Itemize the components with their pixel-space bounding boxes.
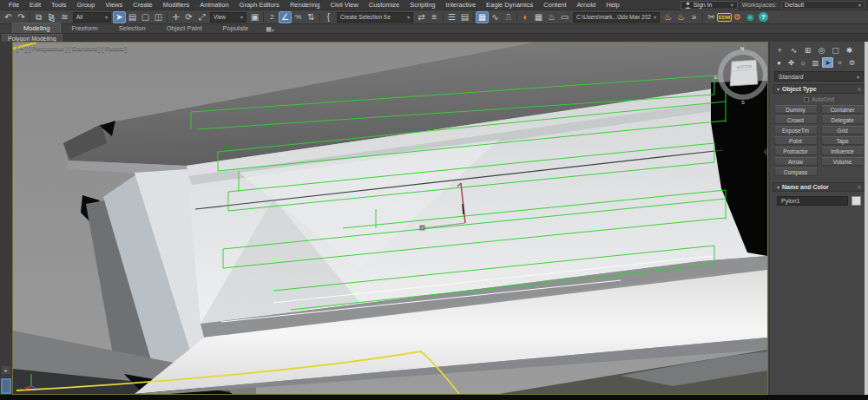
create-tab-icon[interactable]: + <box>773 44 786 56</box>
influence-button[interactable]: Influence <box>821 147 865 155</box>
select-rotate-icon[interactable]: ⟳ <box>182 11 195 23</box>
menu-customize[interactable]: Customize <box>364 1 404 9</box>
sign-in-dropdown[interactable]: Sign In ▾ <box>681 1 738 10</box>
delegate-button[interactable]: Delegate <box>821 115 865 124</box>
mirror-icon[interactable]: ⇄ <box>415 11 428 23</box>
protractor-button[interactable]: Protractor <box>774 147 818 155</box>
snap-toggle-icon[interactable]: 2 <box>266 11 279 23</box>
render-production-icon[interactable]: ♨ <box>661 11 674 23</box>
hierarchy-tab-icon[interactable]: ⊞ <box>801 44 814 56</box>
rendered-frame-icon[interactable]: ▭ <box>558 11 571 23</box>
dummy-button[interactable]: Dummy <box>774 105 818 114</box>
menu-group[interactable]: Group <box>72 1 101 9</box>
project-folder-dropdown[interactable]: C:\Users\mark...\3ds Max 202 ▾ <box>573 12 660 23</box>
align-icon[interactable]: ≡ <box>428 11 441 23</box>
slice-tool-icon[interactable]: ✂ <box>705 11 718 23</box>
menu-create[interactable]: Create <box>128 1 158 9</box>
systems-category-icon[interactable]: ⚙ <box>846 57 858 68</box>
menu-modifiers[interactable]: Modifiers <box>158 1 194 9</box>
tab-modeling[interactable]: Modeling <box>12 23 61 33</box>
select-by-name-icon[interactable]: ▤ <box>126 11 139 23</box>
perspective-viewport[interactable]: [ + ] [ Perspective ] [ Standard ] [ Fac… <box>12 42 768 395</box>
select-link-icon[interactable]: ⧉ <box>32 11 45 23</box>
object-color-swatch[interactable] <box>852 196 861 206</box>
menu-eagle-dynamics[interactable]: Eagle Dynamics <box>481 1 538 9</box>
layer-explorer-icon[interactable]: ☰ <box>445 11 458 23</box>
render-iterative-icon[interactable]: ♨ <box>674 11 687 23</box>
compass-button[interactable]: Compass <box>774 167 818 176</box>
slate-material-icon[interactable]: ▦ <box>532 11 545 23</box>
use-pivot-center-icon[interactable]: ▣ <box>248 11 261 23</box>
geometry-category-icon[interactable]: ● <box>773 57 785 68</box>
viewcube-south[interactable]: S <box>741 100 745 105</box>
redo-icon[interactable]: ↷ <box>15 11 28 23</box>
interactive-tools-icon[interactable]: ◉ <box>744 11 757 23</box>
percent-snap-icon[interactable]: % <box>292 11 305 23</box>
layout-flyout-icon[interactable]: ▸ <box>2 366 10 374</box>
select-object-icon[interactable]: ➤ <box>113 11 126 23</box>
help-icon[interactable]: ? <box>757 11 770 23</box>
name-color-rollout-header[interactable]: ▾ Name and Color <box>773 182 865 192</box>
ribbon-config-icon[interactable]: ▦ <box>266 26 272 33</box>
spinner-snap-icon[interactable]: ⇅ <box>305 11 318 23</box>
command-panel-scrollbar[interactable] <box>865 42 868 395</box>
helper-type-dropdown[interactable]: Standard ▾ <box>774 71 864 82</box>
chevron-down-icon[interactable]: ▾ <box>272 27 274 33</box>
viewcube-north[interactable]: N <box>740 46 744 51</box>
material-editor-icon[interactable]: ◐ <box>519 11 532 23</box>
volume-button[interactable]: Volume <box>821 157 865 166</box>
menu-scripting[interactable]: Scripting <box>404 1 440 9</box>
polygon-modeling-panel[interactable]: Polygon Modeling <box>2 34 62 42</box>
spacewarps-category-icon[interactable]: ≈ <box>834 57 845 68</box>
edit-named-selection-icon[interactable]: { <box>322 11 335 23</box>
toolbar-overflow-icon[interactable]: » <box>687 11 700 23</box>
angle-snap-icon[interactable]: ∠ <box>279 11 292 23</box>
render-setup-icon[interactable]: ♨ <box>545 11 558 23</box>
menu-tools[interactable]: Tools <box>46 1 72 9</box>
exposetm-button[interactable]: ExposeTm <box>774 126 818 134</box>
viewcube-west[interactable]: W <box>766 73 767 78</box>
container-button[interactable]: Container <box>821 105 865 114</box>
select-scale-icon[interactable]: ⤢ <box>195 11 208 23</box>
modify-tab-icon[interactable]: ∿ <box>787 44 800 56</box>
object-name-field[interactable]: Pylon1 <box>777 196 848 206</box>
autogrid-checkbox[interactable] <box>804 97 809 102</box>
active-layout-tab[interactable] <box>1 378 11 394</box>
motion-tab-icon[interactable]: ◎ <box>815 44 828 56</box>
tab-populate[interactable]: Populate <box>213 23 260 33</box>
reference-coordinate-dropdown[interactable]: View ▾ <box>210 12 247 23</box>
menu-animation[interactable]: Animation <box>194 1 233 9</box>
menu-civil-view[interactable]: Civil View <box>325 1 363 9</box>
shapes-category-icon[interactable]: ✤ <box>786 57 797 68</box>
menu-interactive[interactable]: Interactive <box>440 1 481 9</box>
viewport-label[interactable]: [ + ] [ Perspective ] [ Standard ] [ Fac… <box>16 45 127 51</box>
display-tab-icon[interactable]: ▢ <box>829 44 842 56</box>
window-crossing-icon[interactable]: ◫ <box>152 11 165 23</box>
named-selection-set-dropdown[interactable]: Create Selection Se ▾ <box>337 12 413 23</box>
arrow-button[interactable]: Arrow <box>774 157 818 166</box>
menu-help[interactable]: Help <box>601 1 624 9</box>
viewcube-east[interactable]: E <box>714 75 718 80</box>
crowd-button[interactable]: Crowd <box>774 115 818 124</box>
selection-filter-dropdown[interactable]: All ▾ <box>73 12 111 23</box>
bind-spacewarp-icon[interactable]: ≋ <box>58 11 71 23</box>
select-move-icon[interactable]: ✛ <box>169 11 182 23</box>
selection-region-icon[interactable]: ▢ <box>139 11 152 23</box>
menu-content[interactable]: Content <box>538 1 571 9</box>
undo-icon[interactable]: ↶ <box>2 11 15 23</box>
edm-tools-icon[interactable]: EDM <box>718 11 731 23</box>
tape-button[interactable]: Tape <box>821 136 865 145</box>
menu-arnold[interactable]: Arnold <box>572 1 602 9</box>
curve-editor-icon[interactable]: ∿ <box>489 11 502 23</box>
helpers-category-icon[interactable]: ➤ <box>822 57 833 68</box>
object-type-rollout-header[interactable]: ▾ Object Type <box>773 84 865 94</box>
menu-rendering[interactable]: Rendering <box>285 1 326 9</box>
schematic-view-icon[interactable]: ⎍ <box>502 11 515 23</box>
point-button[interactable]: Point <box>774 136 818 145</box>
menu-edit[interactable]: Edit <box>24 1 46 9</box>
menu-views[interactable]: Views <box>100 1 128 9</box>
lights-category-icon[interactable]: ☼ <box>798 57 809 68</box>
ribbon-toggle-icon[interactable]: ▦ <box>476 11 489 23</box>
menu-file[interactable]: File <box>3 1 24 9</box>
utilities-tab-icon[interactable]: ✱ <box>843 44 856 56</box>
